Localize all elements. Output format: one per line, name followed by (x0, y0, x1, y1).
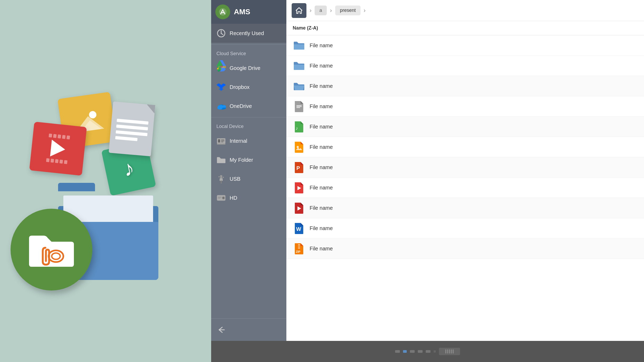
back-arrow-icon (216, 325, 226, 335)
cloud-service-section: Cloud Service (211, 46, 286, 59)
breadcrumb-present[interactable]: present (335, 6, 361, 15)
ams-icon (215, 4, 230, 19)
sidebar-item-hd[interactable]: HD (211, 188, 286, 207)
powerpoint-icon: P (293, 161, 305, 174)
clock-icon (216, 28, 226, 38)
file-row[interactable]: File name (286, 35, 644, 56)
illustration: ♪ (26, 82, 190, 280)
svg-rect-28 (220, 175, 222, 179)
file-row[interactable]: File name (286, 96, 644, 117)
audio-icon: ♪ (293, 120, 305, 133)
svg-rect-38 (218, 198, 220, 198)
onedrive-icon (216, 101, 226, 111)
zip-icon: ZIP (293, 242, 305, 255)
svg-rect-41 (296, 106, 302, 107)
file-row[interactable]: P File name (286, 157, 644, 178)
file-name-7: File name (310, 164, 333, 170)
sidebar-item-my-folder[interactable]: My Folder (211, 150, 286, 169)
breadcrumb-a[interactable]: a (315, 6, 327, 15)
file-row[interactable]: File name (286, 137, 644, 157)
video-file-icon (293, 181, 305, 194)
svg-rect-32 (219, 176, 220, 177)
sidebar-item-recently-used[interactable]: Recently Used (211, 24, 286, 43)
google-drive-icon (216, 63, 226, 73)
sidebar-item-onedrive[interactable]: OneDrive (211, 97, 286, 116)
svg-rect-51 (298, 247, 300, 249)
svg-rect-37 (218, 197, 221, 197)
speaker-hole (449, 349, 450, 354)
my-folder-icon (216, 155, 226, 165)
image-icon (293, 141, 305, 153)
svg-point-30 (220, 181, 222, 182)
screen-content: AMS Recently Used Cloud Service (211, 0, 644, 341)
svg-rect-22 (218, 139, 220, 142)
video-card (29, 122, 87, 176)
recently-used-label: Recently Used (230, 30, 264, 36)
port-4 (426, 350, 430, 353)
internal-icon (216, 136, 226, 146)
port-1 (395, 350, 400, 353)
file-name-4: File name (310, 103, 333, 109)
svg-rect-50 (298, 246, 300, 247)
sidebar-item-internal[interactable]: Internal (211, 131, 286, 150)
main-area: › a › present › Name (Z-A) (286, 0, 644, 341)
sidebar-header: AMS (211, 0, 286, 24)
local-device-section: Local Device (211, 119, 286, 131)
document-lines (110, 110, 155, 147)
document-card (109, 101, 155, 156)
sidebar-item-usb[interactable]: USB (211, 169, 286, 188)
chevron-3-icon: › (363, 7, 367, 14)
chevron-2-icon: › (329, 7, 333, 14)
folder-white-icon (26, 230, 77, 269)
back-button[interactable] (216, 323, 281, 337)
file-row[interactable]: W File name (286, 218, 644, 239)
svg-line-5 (221, 34, 223, 35)
file-row[interactable]: File name (286, 198, 644, 218)
speaker-hole (453, 349, 454, 354)
onedrive-label: OneDrive (230, 103, 252, 109)
folder-icon-2 (293, 59, 305, 72)
device-screen: AMS Recently Used Cloud Service (211, 0, 644, 362)
usb-port (403, 350, 407, 353)
hd-label: HD (230, 195, 237, 201)
sort-label[interactable]: Name (Z-A) (293, 25, 318, 31)
internal-label: Internal (230, 138, 247, 144)
usb-label: USB (230, 176, 240, 182)
my-folder-label: My Folder (230, 157, 253, 163)
svg-rect-23 (221, 140, 224, 140)
svg-rect-33 (223, 177, 224, 178)
file-row[interactable]: ZIP File name (286, 239, 644, 259)
svg-text:P: P (296, 165, 300, 171)
file-name-6: File name (310, 144, 333, 150)
svg-rect-40 (296, 105, 302, 106)
folder-tab (58, 183, 95, 191)
file-row[interactable]: File name (286, 76, 644, 96)
speaker-hole (447, 349, 448, 354)
svg-rect-27 (217, 144, 225, 145)
file-name-8: File name (310, 185, 333, 191)
sidebar-back[interactable] (211, 318, 286, 341)
file-row[interactable]: File name (286, 178, 644, 198)
illustration-area: ♪ (0, 0, 216, 362)
file-name-11: File name (310, 246, 333, 252)
file-row[interactable]: ♪ File name (286, 117, 644, 137)
folder-open-icon (293, 80, 305, 92)
video-icon (46, 134, 70, 164)
svg-text:♪: ♪ (296, 126, 298, 131)
svg-rect-42 (296, 107, 300, 108)
video-file-icon-2 (293, 202, 305, 214)
google-drive-label: Google Drive (230, 65, 261, 71)
svg-text:W: W (296, 226, 301, 232)
home-button[interactable] (292, 3, 306, 18)
svg-rect-31 (221, 182, 222, 183)
speaker (439, 348, 460, 355)
folder-icon-1 (293, 39, 305, 52)
sidebar-item-google-drive[interactable]: Google Drive (211, 59, 286, 78)
ams-logo-icon (218, 7, 228, 17)
app-title: AMS (234, 8, 250, 16)
speaker-hole (445, 349, 446, 354)
led-indicator (434, 350, 436, 353)
hd-icon (216, 193, 226, 203)
sidebar-item-dropbox[interactable]: Dropbox (211, 78, 286, 97)
file-row[interactable]: File name (286, 56, 644, 76)
